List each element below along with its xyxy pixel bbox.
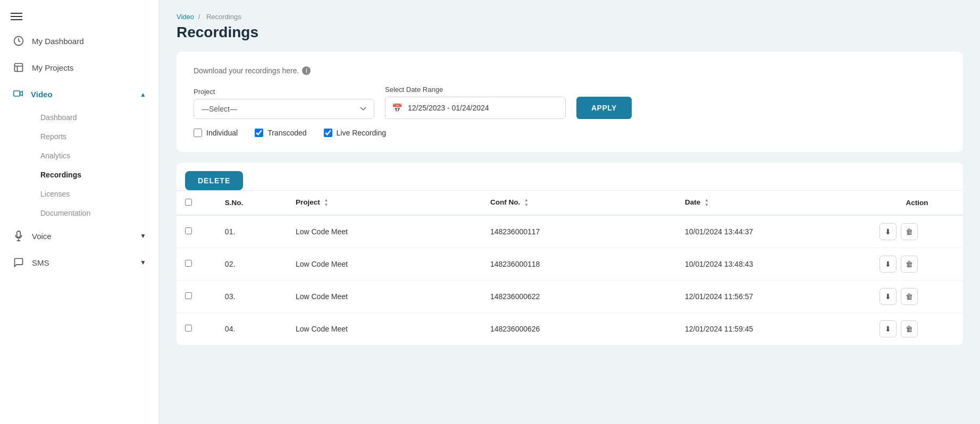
main-content: Video / Recordings Recordings Download y… — [160, 0, 980, 424]
delete-button[interactable]: DELETE — [185, 171, 243, 190]
video-icon — [13, 88, 23, 100]
sidebar-item-video-documentation[interactable]: Documentation — [32, 203, 159, 223]
apply-button[interactable]: APPLY — [576, 97, 632, 119]
sidebar-video-parent[interactable]: Video ▲ — [0, 81, 159, 108]
header-check — [177, 191, 216, 216]
table-row: 04. Low Code Meet 148236000626 12/01/202… — [177, 313, 963, 345]
sidebar-item-video-reports[interactable]: Reports — [32, 127, 159, 146]
download-button[interactable]: ⬇ — [880, 223, 897, 240]
header-sno: S.No. — [216, 191, 287, 216]
row-sno: 03. — [216, 281, 287, 313]
header-date[interactable]: Date ▲▼ — [676, 191, 871, 216]
row-checkbox[interactable] — [185, 227, 192, 234]
breadcrumb-separator: / — [198, 13, 200, 21]
sidebar-item-video-analytics[interactable]: Analytics — [32, 146, 159, 165]
sidebar-item-label: My Projects — [32, 63, 73, 72]
row-action: ⬇ 🗑 — [871, 248, 963, 281]
row-checkbox[interactable] — [185, 292, 192, 299]
recordings-table: S.No. Project ▲▼ Conf No. ▲▼ — [177, 190, 963, 345]
header-project[interactable]: Project ▲▼ — [287, 191, 482, 216]
select-all-checkbox[interactable] — [185, 199, 192, 206]
date-sort-icon: ▲▼ — [705, 198, 709, 207]
individual-checkbox[interactable] — [194, 129, 202, 137]
row-conf: 148236000117 — [482, 215, 676, 248]
table-body: 01. Low Code Meet 148236000117 10/01/202… — [177, 215, 963, 345]
filter-card: Download your recordings here. i Project… — [177, 52, 963, 152]
filter-row: Project —Select— Select Date Range 📅 APP… — [194, 86, 946, 119]
download-button[interactable]: ⬇ — [880, 288, 897, 305]
project-label: Project — [194, 88, 374, 96]
sidebar-section-video: Video ▲ Dashboard Reports Analytics Reco… — [0, 81, 159, 223]
date-range-input[interactable]: 📅 — [385, 97, 566, 119]
chevron-down-icon: ▼ — [140, 232, 146, 240]
transcoded-label: Transcoded — [267, 129, 306, 137]
transcoded-checkbox[interactable] — [255, 129, 263, 137]
row-check-cell — [177, 281, 216, 313]
sidebar-item-projects[interactable]: My Projects — [0, 54, 159, 81]
page-title: Recordings — [177, 24, 963, 41]
row-checkbox[interactable] — [185, 260, 192, 267]
table-row: 03. Low Code Meet 148236000622 12/01/202… — [177, 281, 963, 313]
sidebar-item-label: My Dashboard — [32, 37, 84, 46]
live-recording-checkbox-label[interactable]: Live Recording — [324, 129, 386, 137]
table-row: 02. Low Code Meet 148236000118 10/01/202… — [177, 248, 963, 281]
calendar-icon: 📅 — [392, 103, 403, 113]
project-sort-icon: ▲▼ — [324, 198, 328, 207]
row-date: 10/01/2024 13:48:43 — [676, 248, 871, 281]
sidebar-sms-parent[interactable]: SMS ▼ — [0, 249, 159, 276]
menu-toggle[interactable] — [0, 0, 159, 28]
info-icon: i — [302, 66, 311, 75]
date-range-field[interactable] — [408, 104, 559, 112]
breadcrumb-current: Recordings — [206, 13, 241, 21]
row-check-cell — [177, 215, 216, 248]
sidebar-voice-parent[interactable]: Voice ▼ — [0, 223, 159, 249]
breadcrumb-parent[interactable]: Video — [177, 13, 194, 21]
svg-rect-1 — [15, 64, 23, 72]
live-recording-label: Live Recording — [337, 129, 386, 137]
table-section: DELETE S.No. Project ▲▼ Conf No — [177, 163, 963, 345]
row-conf: 148236000626 — [482, 313, 676, 345]
delete-row-button[interactable]: 🗑 — [901, 288, 918, 305]
row-checkbox[interactable] — [185, 325, 192, 332]
sidebar-item-video-dashboard[interactable]: Dashboard — [32, 108, 159, 127]
date-filter-group: Select Date Range 📅 — [385, 86, 566, 119]
delete-row-button[interactable]: 🗑 — [901, 320, 918, 337]
date-label: Select Date Range — [385, 86, 566, 94]
row-date: 10/01/2024 13:44:37 — [676, 215, 871, 248]
checkbox-row: Individual Transcoded Live Recording — [194, 129, 946, 137]
table-header-row: S.No. Project ▲▼ Conf No. ▲▼ — [177, 191, 963, 216]
project-select[interactable]: —Select— — [194, 99, 374, 119]
row-conf: 148236000118 — [482, 248, 676, 281]
sidebar-section-label: Video — [31, 90, 53, 99]
row-date: 12/01/2024 11:59:45 — [676, 313, 871, 345]
sidebar-video-children: Dashboard Reports Analytics Recordings L… — [0, 108, 159, 223]
sidebar-item-dashboard[interactable]: My Dashboard — [0, 28, 159, 54]
download-button[interactable]: ⬇ — [880, 320, 897, 337]
individual-checkbox-label[interactable]: Individual — [194, 129, 238, 137]
delete-row-button[interactable]: 🗑 — [901, 256, 918, 273]
row-sno: 02. — [216, 248, 287, 281]
row-date: 12/01/2024 11:56:57 — [676, 281, 871, 313]
delete-btn-wrap: DELETE — [177, 163, 963, 190]
row-sno: 01. — [216, 215, 287, 248]
svg-rect-2 — [14, 91, 20, 96]
sidebar: My Dashboard My Projects Video ▲ Dashboa… — [0, 0, 160, 424]
header-action: Action — [871, 191, 963, 216]
conf-sort-icon: ▲▼ — [524, 198, 529, 207]
row-project: Low Code Meet — [287, 313, 482, 345]
sidebar-item-video-licenses[interactable]: Licenses — [32, 184, 159, 203]
download-button[interactable]: ⬇ — [880, 256, 897, 273]
header-conf[interactable]: Conf No. ▲▼ — [482, 191, 676, 216]
live-recording-checkbox[interactable] — [324, 129, 332, 137]
table-row: 01. Low Code Meet 148236000117 10/01/202… — [177, 215, 963, 248]
sidebar-item-video-recordings[interactable]: Recordings — [32, 165, 159, 184]
breadcrumb: Video / Recordings — [177, 13, 963, 21]
sidebar-section-label: SMS — [32, 258, 49, 267]
transcoded-checkbox-label[interactable]: Transcoded — [255, 129, 306, 137]
row-project: Low Code Meet — [287, 281, 482, 313]
row-project: Low Code Meet — [287, 215, 482, 248]
filter-info-text: Download your recordings here. — [194, 66, 299, 75]
delete-row-button[interactable]: 🗑 — [901, 223, 918, 240]
project-filter-group: Project —Select— — [194, 88, 374, 119]
dashboard-icon — [13, 35, 24, 47]
